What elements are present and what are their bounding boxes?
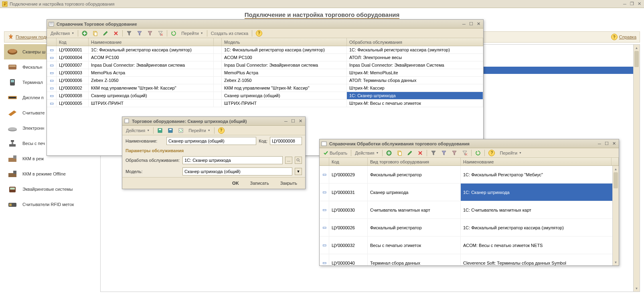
help-button[interactable]: ?: [254, 29, 264, 37]
edit-button[interactable]: [101, 29, 110, 37]
actions-menu[interactable]: Действия▼: [353, 149, 381, 157]
maximize-icon[interactable]: ☐: [468, 21, 474, 27]
col-name[interactable]: Наименование: [461, 158, 612, 165]
delete-button[interactable]: [415, 149, 425, 157]
col-model[interactable]: Модель: [222, 38, 347, 46]
refresh-button[interactable]: [473, 149, 483, 157]
help-link[interactable]: Справка: [619, 35, 636, 39]
col-kind[interactable]: Вид торгового оборудования: [368, 158, 461, 165]
filter3-button[interactable]: [145, 29, 155, 37]
scroll-thumb[interactable]: [614, 172, 618, 188]
assistant-link[interactable]: Помощник подк: [16, 35, 48, 39]
catalog-icon: [49, 21, 55, 27]
filter1-button[interactable]: [124, 29, 134, 37]
sidebar-item-kkm2[interactable]: ККМ в режиме Offline: [4, 166, 96, 182]
scroll-up-icon[interactable]: ▲: [613, 166, 619, 172]
cell-name: Сканер штрихкода (общий): [89, 92, 214, 99]
code-input[interactable]: [270, 137, 302, 145]
minimize-icon[interactable]: ─: [283, 118, 289, 124]
filter-clear-button[interactable]: [460, 149, 470, 157]
name-input[interactable]: [166, 137, 256, 145]
cell-spacer: [214, 46, 222, 53]
minimize-icon[interactable]: ─: [596, 141, 603, 147]
help-icon[interactable]: ?: [611, 34, 618, 40]
filter2-button[interactable]: [439, 149, 449, 157]
select-button[interactable]: Выбрать: [321, 149, 349, 157]
ellipsis-button[interactable]: …: [285, 157, 292, 164]
delete-button[interactable]: [111, 29, 121, 37]
close-icon[interactable]: ✕: [636, 1, 642, 7]
handler-input[interactable]: [182, 156, 283, 164]
close-button[interactable]: Закрыть: [276, 180, 301, 186]
cell-name: ACOM: Весы с печатью этикеток NETS: [461, 237, 619, 254]
goto-menu[interactable]: Перейти▼: [186, 126, 213, 135]
add-button[interactable]: [384, 149, 394, 157]
help-button[interactable]: ?: [216, 126, 227, 135]
ok-button[interactable]: OK: [228, 180, 243, 186]
close-icon[interactable]: ✕: [611, 141, 617, 147]
saveclose-button[interactable]: [166, 126, 175, 135]
minimize-icon[interactable]: ─: [622, 1, 628, 7]
cell-code: ЦУ0000006: [57, 77, 89, 84]
scroll-down-icon[interactable]: ▼: [613, 259, 619, 265]
filter3-button[interactable]: [450, 149, 459, 157]
save-button[interactable]: Записать: [246, 180, 273, 186]
col-handler[interactable]: Обработка обслуживания: [347, 38, 483, 46]
cell-model: ШТРИХ-ПРИНТ: [222, 100, 347, 107]
table-row[interactable]: ▭ЦУ00000011С: Фискальный регистратор кас…: [47, 46, 483, 54]
table-row[interactable]: ▭ЦУ0000029Фискальный регистратор1С: Фиск…: [320, 166, 619, 184]
table-row[interactable]: ▭ЦУ0000026Фискальный регистратор1С: Фиск…: [320, 219, 619, 237]
cell-code: ЦУ0000040: [329, 254, 368, 265]
refresh-button[interactable]: [169, 29, 178, 37]
reread-button[interactable]: [176, 126, 186, 135]
maximize-icon[interactable]: ☐: [290, 118, 296, 124]
table-row[interactable]: ▭ЦУ0000040Терминал сбора данныхCleverenc…: [320, 254, 619, 265]
edit-button[interactable]: [405, 149, 415, 157]
content-scrollbar[interactable]: ▲ ▼: [633, 45, 640, 292]
close-icon[interactable]: ✕: [475, 21, 482, 27]
cell-handler: Штрих-М: MemoPlusLite: [347, 69, 483, 76]
sidebar-item-acquiring[interactable]: Эквайринговые системы: [4, 182, 96, 197]
save-button[interactable]: [155, 126, 165, 135]
table-row[interactable]: ▭ЦУ0000030Считыватель магнитных карт1С: …: [320, 201, 619, 219]
sidebar-item-label: Весы с печ: [22, 141, 45, 146]
copy-button[interactable]: [90, 29, 100, 37]
table-row[interactable]: ▭ЦУ0000007Inpas Dual Connector: Эквайрин…: [47, 61, 483, 69]
create-from-list-button[interactable]: Создать из списка: [209, 29, 250, 37]
col-name[interactable]: Наименование: [89, 38, 214, 46]
sidebar-item-rfid[interactable]: Считыватели RFID меток: [4, 197, 96, 212]
table-row[interactable]: ▭ЦУ0000031Сканер штрихкода1С: Сканер штр…: [320, 184, 619, 201]
table-row[interactable]: ▭ЦУ0000004ACOM PC100ACOM PC100АТОЛ: Элек…: [47, 54, 483, 61]
minimize-icon[interactable]: ─: [461, 21, 467, 27]
filter-clear-button[interactable]: [156, 29, 165, 37]
table-row[interactable]: ▭ЦУ0000008Сканер штрихкода (общий)Сканер…: [47, 92, 483, 100]
dropdown-button[interactable]: ▼: [295, 168, 302, 175]
svg-rect-30: [125, 119, 129, 123]
actions-menu[interactable]: Действия▼: [124, 126, 152, 135]
goto-menu[interactable]: Перейти▼: [179, 29, 205, 37]
filter1-button[interactable]: [429, 149, 438, 157]
add-button[interactable]: [80, 29, 89, 37]
scroll-up-icon[interactable]: ▲: [634, 45, 640, 51]
table-row[interactable]: ▭ЦУ0000006Zebex Z-1050Zebex Z-1050АТОЛ: …: [47, 77, 483, 84]
table-row[interactable]: ▭ЦУ0000003MemoPlus АстраMemoPlus АстраШт…: [47, 69, 483, 77]
table-row[interactable]: ▭ЦУ0000002ККМ под управлением "Штрих-М: …: [47, 84, 483, 92]
lookup-button[interactable]: [295, 157, 302, 164]
win3-scrollbar[interactable]: ▲ ▼: [612, 166, 619, 265]
col-code[interactable]: Код: [57, 38, 89, 46]
close-icon[interactable]: ✕: [297, 118, 304, 124]
actions-menu[interactable]: Действия▼: [49, 29, 76, 37]
table-row[interactable]: ▭ЦУ0000005ШТРИХ-ПРИНТШТРИХ-ПРИНТШтрих-М:…: [47, 100, 483, 107]
help-button[interactable]: ?: [486, 149, 497, 157]
scroll-thumb[interactable]: [634, 51, 639, 67]
col-code[interactable]: Код: [329, 158, 368, 165]
goto-menu[interactable]: Перейти▼: [498, 149, 524, 157]
model-input[interactable]: [182, 167, 292, 175]
scroll-down-icon[interactable]: ▼: [634, 285, 640, 292]
copy-button[interactable]: [395, 149, 404, 157]
cell-handler: 1С: Сканер штрихкода: [347, 92, 483, 99]
table-row[interactable]: ▭ЦУ0000032Весы с печатью этикетокACOM: В…: [320, 237, 619, 254]
maximize-icon[interactable]: ☐: [603, 141, 610, 147]
filter2-button[interactable]: [135, 29, 144, 37]
restore-icon[interactable]: ❐: [629, 1, 635, 7]
